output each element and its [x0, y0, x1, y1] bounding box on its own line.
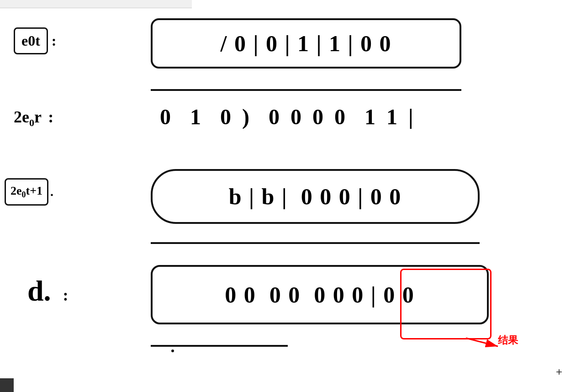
row4-colon: :: [63, 286, 69, 304]
toolbar-area: [0, 0, 192, 8]
plus-symbol: +: [556, 366, 562, 378]
row4-underline: [151, 345, 288, 347]
row3-period: .: [50, 185, 53, 199]
red-arrow-line: [388, 274, 525, 366]
row3-label-box: 2e0t+1: [5, 178, 48, 206]
row4-label: d. :: [27, 274, 69, 308]
row1-binary-text: / 0 | 0 | 1 | 1 | 0 0: [221, 30, 392, 57]
row4-binary-text: 0 0 0 0 0 0 0 | 0 0: [225, 281, 415, 308]
row4-dot: [171, 350, 174, 352]
row2-label: 2e0r :: [14, 107, 53, 129]
row2-label-text: 2e0r: [14, 108, 41, 126]
row3-underline: [151, 242, 480, 244]
row3-binary-text: b | b | 0 0 0 | 0 0: [229, 183, 402, 210]
row2-colon: :: [48, 108, 53, 126]
row2-binary-text: 0 1 0 ) 0 0 0 0 1 1 |: [160, 105, 416, 129]
row1-underline: [151, 89, 461, 91]
svg-line-0: [466, 338, 498, 346]
row3-label-text: 2e0t+1: [11, 184, 42, 197]
row1-label-box: e0t: [14, 27, 48, 54]
plus-icon[interactable]: +: [556, 366, 562, 378]
row2-binary: 0 1 0 ) 0 0 0 0 1 1 |: [160, 104, 416, 129]
row1-colon: :: [52, 32, 57, 49]
row3-binary-box: b | b | 0 0 0 | 0 0: [151, 169, 480, 224]
row1-binary-box: / 0 | 0 | 1 | 1 | 0 0: [151, 18, 461, 69]
main-canvas: e0t : / 0 | 0 | 1 | 1 | 0 0 2e0r : 0 1 0…: [0, 0, 576, 392]
row4-label-text: d.: [27, 275, 51, 307]
row1-label-area: e0t :: [14, 27, 57, 54]
bottom-left-element: [0, 378, 14, 392]
row1-label-text: e0t: [21, 32, 40, 49]
row3-label-area: 2e0t+1 .: [5, 178, 53, 206]
